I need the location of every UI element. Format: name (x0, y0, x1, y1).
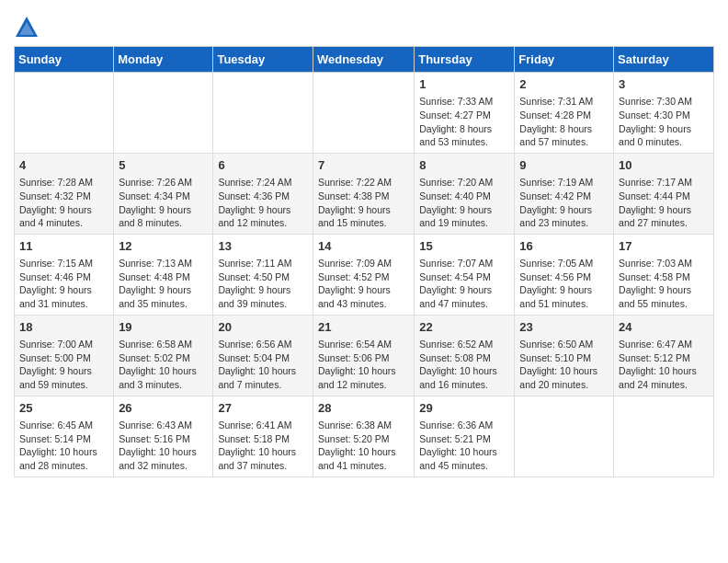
day-info-line: and 28 minutes. (19, 459, 108, 473)
day-info-line: Sunrise: 7:03 AM (619, 257, 709, 270)
day-info-line: Sunrise: 7:09 AM (318, 257, 409, 270)
day-number: 8 (419, 157, 509, 174)
day-info-line: Sunset: 4:52 PM (318, 270, 409, 284)
day-info-line: Sunrise: 7:07 AM (419, 257, 509, 270)
day-info-line: Sunrise: 7:28 AM (19, 176, 108, 190)
day-info-line: Daylight: 10 hours (218, 445, 308, 459)
day-number: 20 (218, 319, 308, 336)
day-info-line: Sunrise: 6:43 AM (119, 419, 208, 432)
day-info-line: Sunset: 4:58 PM (619, 270, 709, 284)
day-number: 10 (619, 157, 709, 174)
calendar-cell: 16Sunrise: 7:05 AMSunset: 4:56 PMDayligh… (515, 234, 614, 315)
day-info-line: Sunrise: 6:45 AM (19, 419, 108, 432)
calendar-table: SundayMondayTuesdayWednesdayThursdayFrid… (14, 46, 714, 477)
day-number: 4 (19, 157, 108, 174)
day-info-line: Sunrise: 6:38 AM (318, 419, 409, 432)
day-info-line: Sunset: 4:38 PM (318, 190, 409, 203)
day-info-line: Daylight: 9 hours (218, 203, 308, 217)
day-number: 22 (419, 319, 509, 336)
logo-icon (14, 15, 40, 40)
calendar-cell: 5Sunrise: 7:26 AMSunset: 4:34 PMDaylight… (114, 153, 213, 234)
day-info-line: Daylight: 9 hours (318, 283, 409, 297)
day-info-line: Sunrise: 7:31 AM (519, 95, 609, 109)
day-info-line: Sunset: 5:10 PM (519, 351, 609, 365)
calendar-cell: 24Sunrise: 6:47 AMSunset: 5:12 PMDayligh… (614, 315, 714, 396)
day-info-line: Sunrise: 7:20 AM (419, 176, 509, 190)
day-info-line: Sunrise: 7:00 AM (19, 338, 108, 351)
day-info-line: Sunrise: 7:11 AM (218, 257, 308, 270)
day-info-line: and 59 minutes. (19, 378, 108, 392)
day-number: 13 (218, 238, 308, 255)
day-info-line: Daylight: 9 hours (519, 283, 609, 297)
day-info-line: and 24 minutes. (619, 378, 709, 392)
day-info-line: and 8 minutes. (119, 216, 208, 230)
day-info-line: Sunset: 4:48 PM (119, 270, 208, 284)
header-friday: Friday (515, 47, 614, 73)
day-info-line: Sunset: 5:12 PM (619, 351, 709, 365)
day-info-line: and 23 minutes. (519, 216, 609, 230)
day-info-line: Sunrise: 7:33 AM (419, 95, 509, 109)
day-info-line: Sunrise: 7:05 AM (519, 257, 609, 270)
calendar-cell: 2Sunrise: 7:31 AMSunset: 4:28 PMDaylight… (515, 73, 614, 154)
day-info-line: and 4 minutes. (19, 216, 108, 230)
day-info-line: Sunrise: 6:52 AM (419, 338, 509, 351)
calendar-cell: 18Sunrise: 7:00 AMSunset: 5:00 PMDayligh… (15, 315, 114, 396)
calendar-cell: 19Sunrise: 6:58 AMSunset: 5:02 PMDayligh… (114, 315, 213, 396)
day-number: 5 (119, 157, 208, 174)
day-info-line: Sunset: 5:04 PM (218, 351, 308, 365)
calendar-cell: 11Sunrise: 7:15 AMSunset: 4:46 PMDayligh… (15, 234, 114, 315)
day-info-line: and 12 minutes. (318, 378, 409, 392)
day-info-line: and 45 minutes. (419, 459, 509, 473)
calendar-header-row: SundayMondayTuesdayWednesdayThursdayFrid… (15, 47, 714, 73)
calendar-cell: 25Sunrise: 6:45 AMSunset: 5:14 PMDayligh… (15, 396, 114, 477)
day-info-line: and 37 minutes. (218, 459, 308, 473)
calendar-week-4: 25Sunrise: 6:45 AMSunset: 5:14 PMDayligh… (15, 396, 714, 477)
day-info-line: Daylight: 9 hours (19, 203, 108, 217)
calendar-cell: 8Sunrise: 7:20 AMSunset: 4:40 PMDaylight… (415, 153, 515, 234)
day-info-line: Daylight: 9 hours (419, 283, 509, 297)
calendar-cell (515, 396, 614, 477)
day-number: 27 (218, 400, 308, 417)
calendar-cell: 10Sunrise: 7:17 AMSunset: 4:44 PMDayligh… (614, 153, 714, 234)
day-number: 17 (619, 238, 709, 255)
day-info-line: Daylight: 9 hours (119, 283, 208, 297)
day-info-line: and 16 minutes. (419, 378, 509, 392)
day-info-line: Sunset: 4:36 PM (218, 190, 308, 203)
day-info-line: Sunrise: 7:30 AM (619, 95, 709, 109)
header-tuesday: Tuesday (213, 47, 313, 73)
calendar-cell (15, 73, 114, 154)
header-monday: Monday (114, 47, 213, 73)
day-info-line: Sunset: 4:56 PM (519, 270, 609, 284)
day-info-line: and 55 minutes. (619, 297, 709, 311)
day-info-line: Daylight: 10 hours (119, 445, 208, 459)
header-wednesday: Wednesday (313, 47, 414, 73)
day-info-line: Sunrise: 7:13 AM (119, 257, 208, 270)
header-sunday: Sunday (15, 47, 114, 73)
calendar-cell: 9Sunrise: 7:19 AMSunset: 4:42 PMDaylight… (515, 153, 614, 234)
calendar-cell (313, 73, 414, 154)
calendar-cell: 14Sunrise: 7:09 AMSunset: 4:52 PMDayligh… (313, 234, 414, 315)
header-saturday: Saturday (614, 47, 714, 73)
day-number: 25 (19, 400, 108, 417)
header-thursday: Thursday (415, 47, 515, 73)
day-info-line: Daylight: 10 hours (419, 445, 509, 459)
day-info-line: Sunset: 5:08 PM (419, 351, 509, 365)
day-number: 21 (318, 319, 409, 336)
day-info-line: and 3 minutes. (119, 378, 208, 392)
day-info-line: Daylight: 10 hours (318, 445, 409, 459)
day-info-line: Sunrise: 6:47 AM (619, 338, 709, 351)
calendar-cell (114, 73, 213, 154)
calendar-cell: 27Sunrise: 6:41 AMSunset: 5:18 PMDayligh… (213, 396, 313, 477)
day-info-line: Daylight: 10 hours (318, 364, 409, 378)
day-info-line: Daylight: 10 hours (119, 364, 208, 378)
day-number: 7 (318, 157, 409, 174)
day-info-line: Sunrise: 6:56 AM (218, 338, 308, 351)
day-number: 9 (519, 157, 609, 174)
day-info-line: Daylight: 9 hours (619, 203, 709, 217)
calendar-cell (614, 396, 714, 477)
day-info-line: and 53 minutes. (419, 135, 509, 149)
day-info-line: Sunset: 5:21 PM (419, 432, 509, 446)
day-info-line: and 57 minutes. (519, 135, 609, 149)
day-info-line: Daylight: 9 hours (419, 203, 509, 217)
day-number: 11 (19, 238, 108, 255)
